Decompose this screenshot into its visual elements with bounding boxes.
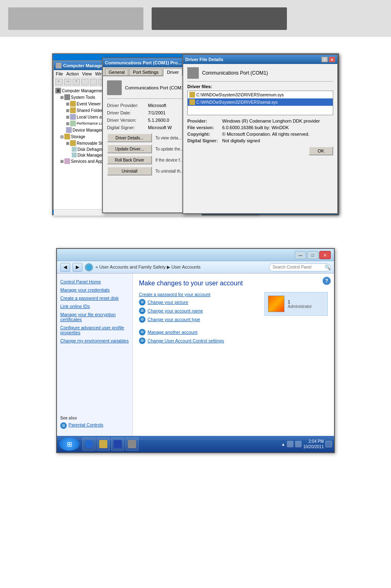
windows-logo-icon: ⊞ <box>64 438 75 450</box>
change-name-label: Change your account name <box>148 308 203 313</box>
win7-maximize-btn[interactable]: □ <box>307 251 318 259</box>
other-actions: ⚙ Manage another account ⚙ Change User A… <box>139 329 328 344</box>
tray-arrow[interactable]: ▲ <box>281 442 285 447</box>
start-button[interactable]: ⊞ <box>59 438 80 451</box>
tab-port-settings[interactable]: Port Settings <box>129 68 162 75</box>
taskbar-media-btn[interactable] <box>111 438 124 451</box>
manage-another-icon: ⚙ <box>139 329 145 335</box>
driver-file-close-btn[interactable]: ✕ <box>329 57 335 62</box>
sidebar-advanced-profile[interactable]: Configure advanced user profile properti… <box>60 324 129 336</box>
driver-file-titlebar: Driver File Details ? ✕ <box>183 55 337 64</box>
sidebar-password-reset[interactable]: Create a password reset disk <box>60 295 129 301</box>
device-mgr-icon <box>66 127 72 133</box>
change-picture-icon: ⚙ <box>139 299 145 305</box>
parental-controls-icon: ⚙ <box>60 422 67 429</box>
see-also-label: See also <box>60 416 103 420</box>
tab-driver[interactable]: Driver <box>163 68 182 76</box>
change-type-label: Change your account type <box>148 317 200 322</box>
network-tray-icon <box>287 441 293 447</box>
win7-minimize-btn[interactable]: — <box>295 251 306 259</box>
dfd-device-header: Communications Port (COM1) <box>187 67 333 82</box>
dfd-file-version-field: File version: 6.0.6000.16386 built by: W… <box>187 125 333 130</box>
toolbar-btn2[interactable] <box>90 79 97 85</box>
sidebar-manage-credentials[interactable]: Manage your credentials <box>60 287 129 293</box>
sidebar-env-variables[interactable]: Change my environment variables <box>60 337 129 344</box>
file-path-serenum: C:\WINDOwS\system32\DRIVERS\serenum.sys <box>196 93 284 97</box>
user-role: Administrator <box>288 304 312 309</box>
screenshot2-container: — □ ✕ ◀ ▶ 🌐 « User Accounts and Family S… <box>56 248 335 453</box>
dfd-digital-signer-value: Not digitally signed <box>222 138 333 143</box>
dfd-provider-field: Provider: Windows (R) Codename Longhorn … <box>187 119 333 123</box>
driver-date-value: 7/1/2001 <box>148 110 166 115</box>
search-input[interactable] <box>269 263 330 271</box>
sidebar-file-encryption[interactable]: Manage your file encryption certificates <box>60 311 129 323</box>
dfd-copyright-field: Copyright: © Microsoft Corporation. All … <box>187 132 333 137</box>
user-card: 1 Administrator <box>264 292 328 316</box>
user-info: 1 Administrator <box>288 299 312 309</box>
nav-globe-icon: 🌐 <box>85 263 93 271</box>
create-password-link[interactable]: Create a password for your account <box>139 292 260 297</box>
driver-provider-label: Driver Provider: <box>107 103 148 108</box>
rollback-driver-button[interactable]: Roll Back Driver <box>107 155 152 164</box>
dfd-ok-button[interactable]: OK <box>309 146 333 155</box>
sidebar-link-online[interactable]: Link online IDs <box>60 303 129 310</box>
dfd-device-icon <box>187 67 199 79</box>
help-icon[interactable]: ? <box>323 277 331 285</box>
change-name-action[interactable]: ⚙ Change your account name <box>139 308 260 314</box>
nav-back-button[interactable]: ◀ <box>60 263 70 272</box>
driver-file-help-btn[interactable]: ? <box>321 57 328 62</box>
file-serial[interactable]: C:\WINDOwS\system32\DRIVERS\serial.sys <box>188 98 333 106</box>
change-type-icon: ⚙ <box>139 316 145 323</box>
sidebar-control-panel-home[interactable]: Control Panel Home <box>60 278 129 285</box>
tab-general[interactable]: General <box>105 68 128 75</box>
driver-version-value: 5.1.2600.0 <box>148 118 169 123</box>
uninstall-desc: To uninstall th... <box>155 169 184 173</box>
menu-action[interactable]: Action <box>66 71 79 76</box>
com1-title: Communications Port (COM1) Pro... <box>105 60 182 65</box>
sidebar-parental-controls[interactable]: Parental Controls <box>68 422 103 428</box>
up-toolbar-btn[interactable]: ↑ <box>73 79 80 85</box>
dfd-copyright-label: Copyright: <box>187 132 222 137</box>
win7-taskbar: ⊞ ▲ 2:04 PM 10/20/2011 <box>57 436 334 452</box>
win7-nav: ◀ ▶ 🌐 « User Accounts and Family Safety … <box>57 261 334 273</box>
taskbar-explorer-btn[interactable] <box>97 438 110 451</box>
nav-breadcrumb[interactable]: « User Accounts and Family Safety ▶ User… <box>95 264 266 270</box>
driver-file-title: Driver File Details <box>185 57 223 62</box>
uac-settings-icon: ⚙ <box>139 337 145 344</box>
users-icon <box>70 114 76 120</box>
menu-view[interactable]: View <box>82 71 92 76</box>
file-serenum[interactable]: C:\WINDOwS\system32\DRIVERS\serenum.sys <box>188 91 333 98</box>
search-icon[interactable]: 🔍 <box>325 264 331 270</box>
nav-fwd-button[interactable]: ▶ <box>73 263 82 272</box>
update-driver-button[interactable]: Update Driver... <box>107 144 152 153</box>
clock-display[interactable]: 2:04 PM 10/20/2011 <box>303 439 324 449</box>
change-picture-label: Change your picture <box>148 300 188 305</box>
dfd-provider-value: Windows (R) Codename Longhorn DDK provid… <box>222 119 333 123</box>
toolbar-btn1[interactable] <box>81 79 89 85</box>
driver-date-label: Driver Date: <box>107 110 148 115</box>
change-type-action[interactable]: ⚙ Change your account type <box>139 316 328 323</box>
fwd-toolbar-btn[interactable]: → <box>64 79 71 85</box>
dfd-file-version-label: File version: <box>187 125 222 130</box>
menu-file[interactable]: File <box>56 71 63 76</box>
taskbar-ie-btn[interactable] <box>82 438 95 451</box>
driver-details-button[interactable]: Driver Details... <box>107 133 152 142</box>
win7-main-content: Make changes to your user account 1 Admi… <box>133 273 334 440</box>
change-picture-action[interactable]: ⚙ Change your picture <box>139 299 260 305</box>
taskbar-app-btn[interactable] <box>125 438 139 451</box>
driver-details-desc: To view deta... <box>155 136 182 140</box>
com1-device-icon <box>107 80 122 95</box>
manage-another-action[interactable]: ⚙ Manage another account <box>139 329 328 335</box>
user-avatar <box>268 296 284 312</box>
show-desktop-btn[interactable] <box>325 441 332 447</box>
digital-signer-value: Microsoft W <box>148 125 172 130</box>
user-accounts-title: Make changes to your user account <box>139 280 328 287</box>
uninstall-button[interactable]: Uninstall <box>107 166 152 175</box>
dfd-ok-row: OK <box>187 146 333 155</box>
uac-settings-action[interactable]: ⚙ Change User Account Control settings <box>139 337 328 344</box>
services-icon <box>64 158 70 164</box>
win7-close-btn[interactable]: ✕ <box>319 251 331 259</box>
header-left-block <box>8 7 143 30</box>
media-icon <box>114 440 122 448</box>
back-toolbar-btn[interactable]: ← <box>55 79 63 85</box>
